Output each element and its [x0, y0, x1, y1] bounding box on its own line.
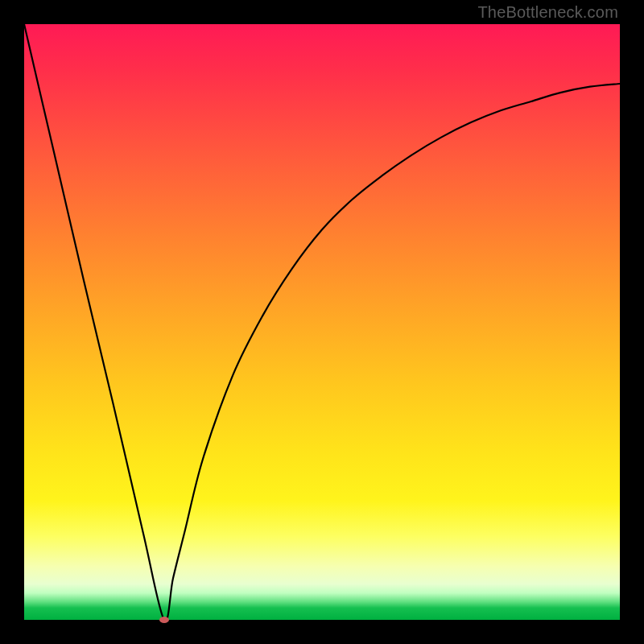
plot-area [24, 24, 620, 620]
minimum-marker [159, 617, 169, 623]
bottleneck-curve [24, 24, 620, 620]
chart-container: TheBottleneck.com [0, 0, 644, 644]
watermark-text: TheBottleneck.com [477, 3, 618, 22]
